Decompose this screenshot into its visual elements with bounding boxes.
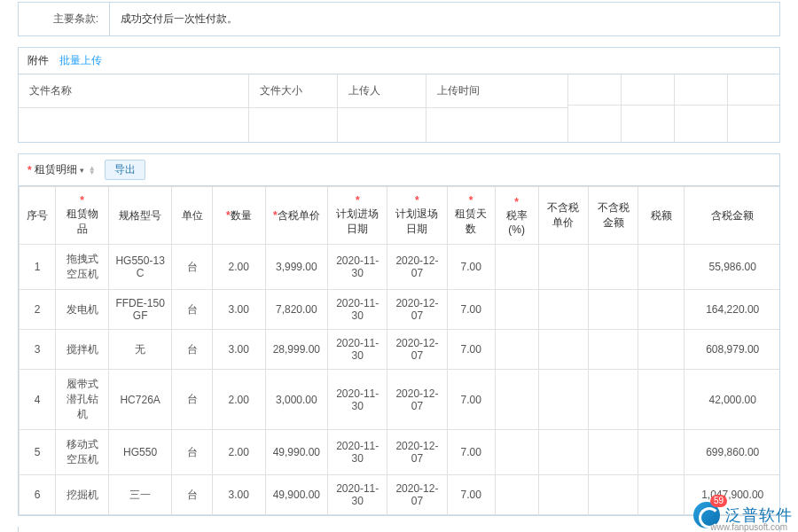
table-row[interactable]: 6挖掘机三一台3.0049,900.002020-11-302020-12-07…	[20, 475, 780, 515]
cell-amt: 699,860.00	[685, 430, 779, 475]
cell-spec: 无	[108, 330, 172, 370]
th-days[interactable]: *租赁天数	[447, 187, 495, 245]
cell-tax	[638, 245, 685, 290]
table-row[interactable]: 1拖拽式空压机HG550-13C台2.003,999.002020-11-302…	[20, 245, 780, 290]
cell-out: 2020-12-07	[387, 290, 447, 330]
cell-in: 2020-11-30	[328, 290, 387, 330]
caret-down-icon: ▾	[80, 166, 84, 175]
attach-th-user: 上传人	[338, 74, 426, 108]
cell-item: 拖拽式空压机	[56, 245, 109, 290]
cell-ntp	[538, 370, 588, 430]
cell-in: 2020-11-30	[328, 330, 387, 370]
required-star-icon: *	[27, 164, 32, 176]
cell-out: 2020-12-07	[387, 430, 447, 475]
attach-cell-empty	[19, 108, 248, 142]
cell-tax	[638, 290, 685, 330]
cell-seq: 1	[20, 245, 56, 290]
th-no-tax-price[interactable]: 不含税单价	[538, 187, 588, 245]
cell-seq: 3	[20, 330, 56, 370]
cell-tax	[638, 370, 685, 430]
cell-qty: 2.00	[212, 370, 265, 430]
th-amount[interactable]: 含税金额	[685, 187, 779, 245]
batch-upload-link[interactable]: 批量上传	[59, 53, 102, 68]
export-button[interactable]: 导出	[105, 160, 145, 180]
cell-tax	[638, 330, 685, 370]
th-item[interactable]: *租赁物品	[56, 187, 109, 245]
cell-amt: 42,000.00	[685, 370, 779, 430]
cell-nta	[588, 290, 638, 330]
cell-ntp	[538, 245, 588, 290]
cell-days: 7.00	[447, 290, 495, 330]
detail-grid: 序号 *租赁物品 规格型号 单位 *数量 *含税单价 *计划进场日期 *计划退场…	[19, 186, 779, 515]
attachments-title: 附件	[27, 53, 49, 68]
terms-value: 成功交付后一次性付款。	[109, 3, 779, 35]
grid-header-row: 序号 *租赁物品 规格型号 单位 *数量 *含税单价 *计划进场日期 *计划退场…	[20, 187, 780, 245]
table-row[interactable]: 2发电机FFDE-150GF台3.007,820.002020-11-30202…	[20, 290, 780, 330]
cell-ntp	[538, 290, 588, 330]
cell-days: 7.00	[447, 245, 495, 290]
cell-rate	[495, 245, 538, 290]
th-in-date[interactable]: *计划进场日期	[328, 187, 387, 245]
cell-unit: 台	[172, 290, 213, 330]
cell-seq: 2	[20, 290, 56, 330]
cell-spec: HC726A	[108, 370, 172, 430]
cell-amt: 164,220.00	[685, 290, 779, 330]
cell-amt: 55,986.00	[685, 245, 779, 290]
cell-amt: 608,979.00	[685, 330, 779, 370]
detail-title[interactable]: * 租赁明细 ▾ ▲▼	[27, 162, 96, 177]
cell-unit: 台	[172, 370, 213, 430]
cell-nta	[588, 475, 638, 515]
table-row[interactable]: 4履带式潜孔钻机HC726A台2.003,000.002020-11-30202…	[20, 370, 780, 430]
cell-item: 移动式空压机	[56, 430, 109, 475]
attach-th-size: 文件大小	[249, 74, 337, 108]
cell-rate	[495, 475, 538, 515]
cell-days: 7.00	[447, 430, 495, 475]
th-out-date[interactable]: *计划退场日期	[387, 187, 447, 245]
attachments-panel: 附件 批量上传 文件名称 文件大小 上传人 上传时间	[18, 47, 780, 143]
th-no-tax-amount[interactable]: 不含税金额	[588, 187, 638, 245]
cell-item: 履带式潜孔钻机	[56, 370, 109, 430]
cell-seq: 5	[20, 430, 56, 475]
cell-price: 3,999.00	[265, 245, 327, 290]
cell-price: 49,990.00	[265, 430, 327, 475]
th-unit[interactable]: 单位	[172, 187, 213, 245]
brand-url: www.fanpusoft.com	[710, 522, 787, 532]
cell-in: 2020-11-30	[328, 370, 387, 430]
table-row[interactable]: 3搅拌机无台3.0028,999.002020-11-302020-12-077…	[20, 330, 780, 370]
cell-qty: 3.00	[212, 475, 265, 515]
cell-spec: HG550-13C	[108, 245, 172, 290]
cell-days: 7.00	[447, 475, 495, 515]
th-tax-amount[interactable]: 税额	[638, 187, 685, 245]
cell-price: 49,900.00	[265, 475, 327, 515]
cell-out: 2020-12-07	[387, 330, 447, 370]
terms-panel: 主要条款: 成功交付后一次性付款。	[18, 2, 780, 36]
th-price[interactable]: *含税单价	[265, 187, 327, 245]
cell-price: 28,999.00	[265, 330, 327, 370]
cell-tax	[638, 430, 685, 475]
summary-bar: 合计: 3,584,931.00 金额大写: 叁佰伍拾捌万肆仟玖佰叁拾壹元整	[18, 527, 780, 532]
cell-days: 7.00	[447, 370, 495, 430]
th-qty[interactable]: *数量	[212, 187, 265, 245]
cell-spec: 三一	[108, 475, 172, 515]
cell-in: 2020-11-30	[328, 430, 387, 475]
cell-nta	[588, 330, 638, 370]
sort-icon[interactable]: ▲▼	[89, 166, 96, 175]
table-row[interactable]: 5移动式空压机HG550台2.0049,990.002020-11-302020…	[20, 430, 780, 475]
cell-out: 2020-12-07	[387, 245, 447, 290]
cell-unit: 台	[172, 330, 213, 370]
cell-qty: 3.00	[212, 330, 265, 370]
th-tax-rate[interactable]: *税率(%)	[495, 187, 538, 245]
th-seq[interactable]: 序号	[20, 187, 56, 245]
cell-rate	[495, 290, 538, 330]
cell-rate	[495, 430, 538, 475]
cell-item: 发电机	[56, 290, 109, 330]
detail-panel: * 租赁明细 ▾ ▲▼ 导出 序号 *租赁物品 规格型号 单位 *数量	[18, 153, 780, 516]
cell-item: 搅拌机	[56, 330, 109, 370]
cell-qty: 2.00	[212, 430, 265, 475]
cell-qty: 2.00	[212, 245, 265, 290]
cell-seq: 6	[20, 475, 56, 515]
cell-spec: HG550	[108, 430, 172, 475]
cell-item: 挖掘机	[56, 475, 109, 515]
cell-qty: 3.00	[212, 290, 265, 330]
th-spec[interactable]: 规格型号	[108, 187, 172, 245]
